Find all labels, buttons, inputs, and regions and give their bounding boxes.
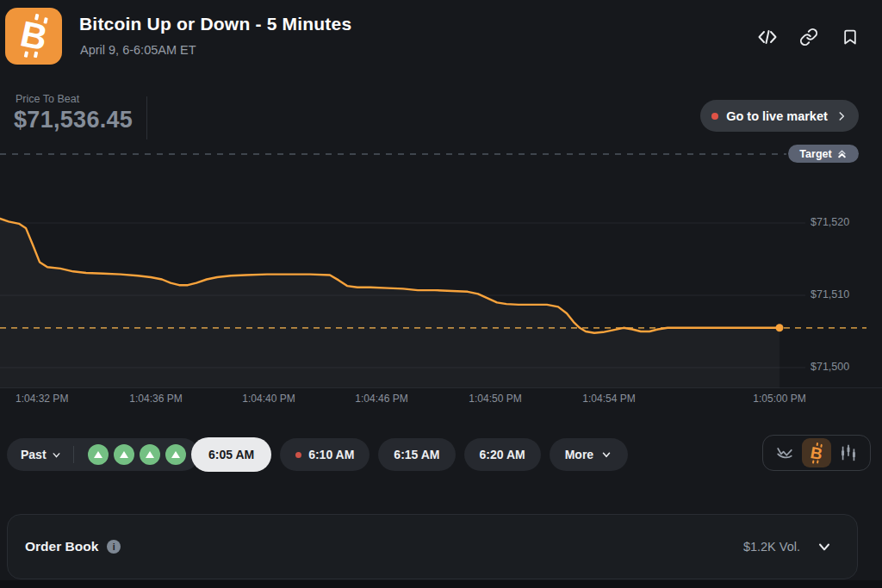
price-chart: $71,520$71,510$71,5001:04:32 PM1:04:36 P… bbox=[0, 142, 882, 413]
live-dot bbox=[295, 452, 301, 458]
divider bbox=[73, 446, 74, 463]
time-tab-label: 6:20 AM bbox=[480, 448, 525, 461]
time-tabs: 6:05 AM6:10 AM6:15 AM6:20 AMMore bbox=[191, 437, 628, 472]
price-chart-svg bbox=[0, 142, 882, 413]
header-actions bbox=[756, 26, 861, 48]
y-axis-tick: $71,520 bbox=[811, 216, 849, 228]
market-page: B Bitcoin Up or Down - 5 Minutes April 9… bbox=[0, 0, 882, 588]
up-arrow-icon bbox=[146, 451, 154, 458]
go-to-live-market-label: Go to live market bbox=[726, 109, 828, 123]
y-axis-tick: $71,510 bbox=[811, 288, 849, 300]
order-book-header: Order Book i bbox=[25, 539, 121, 554]
x-axis-tick: 1:04:50 PM bbox=[469, 393, 521, 405]
copy-link-icon[interactable] bbox=[798, 26, 820, 48]
order-book-panel[interactable]: Order Book i $1.2K Vol. bbox=[7, 514, 858, 579]
time-tab-6-15-am[interactable]: 6:15 AM bbox=[378, 438, 455, 471]
past-group: Past bbox=[7, 438, 199, 471]
up-arrow-button[interactable] bbox=[88, 444, 109, 465]
up-arrow-icon bbox=[171, 451, 180, 458]
past-label: Past bbox=[21, 448, 47, 461]
time-tab-6-10-am[interactable]: 6:10 AM bbox=[280, 438, 370, 471]
embed-code-icon[interactable] bbox=[756, 26, 779, 48]
order-book-title: Order Book bbox=[25, 539, 98, 554]
price-area-fill bbox=[0, 219, 780, 388]
more-label: More bbox=[565, 448, 593, 461]
go-to-live-market-button[interactable]: Go to live market bbox=[700, 100, 859, 132]
bitcoin-logo: B bbox=[5, 8, 62, 65]
order-book-summary: $1.2K Vol. bbox=[743, 538, 833, 555]
chevron-down-icon bbox=[600, 449, 612, 461]
chevron-down-icon bbox=[51, 449, 62, 461]
up-arrow-button[interactable] bbox=[114, 444, 134, 465]
time-tab-label: 6:15 AM bbox=[394, 448, 439, 461]
chevron-right-icon bbox=[835, 110, 848, 122]
bitcoin-icon: B bbox=[810, 443, 824, 461]
x-axis-tick: 1:04:32 PM bbox=[16, 393, 68, 405]
up-arrow-icon bbox=[94, 451, 102, 458]
price-to-beat-value: $71,536.45 bbox=[14, 107, 133, 133]
up-arrow-icon bbox=[120, 451, 128, 458]
past-dropdown[interactable]: Past bbox=[21, 448, 62, 461]
bookmark-icon[interactable] bbox=[839, 26, 861, 48]
live-status-dot bbox=[711, 113, 718, 120]
page-title: Bitcoin Up or Down - 5 Minutes bbox=[79, 14, 351, 34]
order-book-volume: $1.2K Vol. bbox=[743, 540, 800, 554]
bitcoin-chart-icon[interactable]: B bbox=[802, 438, 831, 467]
x-axis-tick: 1:04:46 PM bbox=[355, 393, 407, 405]
chevron-down-icon[interactable] bbox=[816, 538, 833, 555]
x-axis-tick: 1:05:00 PM bbox=[753, 393, 805, 405]
candlestick-icon[interactable] bbox=[834, 438, 863, 467]
info-icon[interactable]: i bbox=[107, 540, 121, 554]
page-subtitle: April 9, 6-6:05AM ET bbox=[80, 43, 196, 57]
bitcoin-icon: B bbox=[17, 15, 50, 56]
x-axis-tick: 1:04:40 PM bbox=[242, 393, 295, 405]
target-badge[interactable]: Target bbox=[788, 145, 859, 163]
target-badge-label: Target bbox=[799, 148, 831, 160]
time-tab-label: 6:10 AM bbox=[308, 448, 354, 461]
up-arrow-button[interactable] bbox=[165, 444, 186, 465]
last-price-dot bbox=[776, 324, 784, 331]
controls-row: Past 6:05 AM6:10 AM6:15 AM6:20 AMMore B bbox=[0, 437, 882, 473]
chart-type-toggle: B bbox=[762, 435, 871, 471]
more-dropdown[interactable]: More bbox=[550, 438, 628, 471]
x-axis-tick: 1:04:54 PM bbox=[582, 393, 635, 405]
x-axis-tick: 1:04:36 PM bbox=[129, 393, 182, 405]
divider bbox=[146, 96, 147, 139]
time-tab-6-05-am[interactable]: 6:05 AM bbox=[191, 437, 271, 472]
chevrons-up-icon bbox=[836, 148, 848, 159]
bottom-strip bbox=[0, 580, 882, 588]
y-axis-tick: $71,500 bbox=[811, 361, 849, 373]
time-tab-6-20-am[interactable]: 6:20 AM bbox=[464, 438, 541, 471]
up-arrow-button[interactable] bbox=[140, 444, 160, 465]
time-tab-label: 6:05 AM bbox=[208, 448, 254, 461]
line-chart-icon[interactable] bbox=[770, 438, 799, 467]
price-to-beat-label: Price To Beat bbox=[16, 93, 79, 105]
